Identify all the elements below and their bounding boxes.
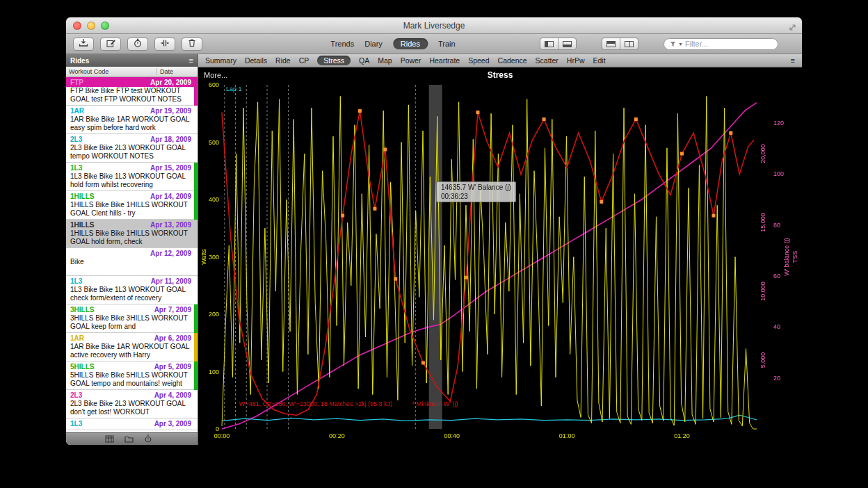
zoom-window-button[interactable] [101,22,109,30]
ride-description: 2L3 Bike Bike 2L3 WORKOUT GOAL don't get… [69,400,193,416]
ride-item[interactable]: 1ARApr 19, 20091AR Bike Bike 1AR WORKOUT… [66,106,198,134]
intervals-button[interactable] [154,38,175,51]
chevron-down-icon: ▼ [678,42,683,47]
ride-item[interactable]: 1HILLSApr 14, 20091HILLS Bike Bike 1HILL… [66,191,198,220]
ride-item-header: 1HILLSApr 14, 2009 [69,191,193,201]
chart-tab-power[interactable]: Power [401,56,421,65]
chart-tab-cp[interactable]: CP [299,56,310,65]
chart-menu-icon[interactable]: ≡ [791,56,795,65]
save-icon [79,38,88,50]
edit-icon [106,38,115,50]
ride-date: Apr 7, 2009 [154,305,191,314]
tiled-view-button[interactable] [620,38,638,50]
filter-input[interactable] [685,40,772,48]
ride-color-bar [194,191,198,220]
ride-workout-code: 3HILLS [70,305,94,314]
column-header-date[interactable]: Date [157,68,198,75]
folder-icon[interactable] [124,433,134,446]
toolbar-tab-rides[interactable]: Rides [393,38,428,49]
single-pane-icon [606,41,616,47]
stopwatch-button[interactable] [127,38,148,51]
ride-workout-code: 1HILLS [70,220,94,229]
toolbar-tab-diary[interactable]: Diary [364,40,383,48]
ride-workout-code: 1L3 [70,277,82,286]
chart-tab-stress[interactable]: Stress [317,56,351,65]
funnel-icon [670,38,676,50]
annotation-stats: W=481, CP=280, W'=23000, 18 Matches >2kj… [239,400,392,407]
chart-tab-edit[interactable]: Edit [593,56,606,65]
toolbar-tab-train[interactable]: Train [438,40,456,48]
chart-tab-heartrate[interactable]: Heartrate [429,56,460,65]
ride-description: FTP Bike Bike FTP test WORKOUT GOAL test… [69,87,193,104]
ride-item[interactable]: 1HILLSApr 13, 20091HILLS Bike Bike 1HILL… [66,220,198,248]
chart-tab-summary[interactable]: Summary [205,56,236,65]
ride-item[interactable]: 1L3Apr 15, 20091L3 Bike Bike 1L3 WORKOUT… [66,163,198,191]
ride-date: Apr 20, 2009 [150,78,191,87]
window-title: Mark Liversedge [66,21,802,31]
ride-item[interactable]: 2L3Apr 4, 20092L3 Bike Bike 2L3 WORKOUT … [66,390,198,418]
bottom-panel-toggle-button[interactable] [558,38,577,50]
ride-date: Apr 14, 2009 [150,192,191,201]
single-view-button[interactable] [602,38,620,50]
ride-item-header: 2L3Apr 4, 2009 [69,390,193,400]
chart-tab-details[interactable]: Details [245,56,267,65]
filter-field[interactable]: ▼ [664,38,778,50]
chart-tab-scatter[interactable]: Scatter [536,56,558,65]
ride-date: Apr 12, 2009 [150,249,191,258]
ride-item-header: 1ARApr 19, 2009 [69,106,193,115]
chart-tab-speed[interactable]: Speed [468,56,489,65]
lap-label: Lap 1 [226,86,242,92]
tiled-pane-icon [625,41,634,47]
sidebar-menu-icon[interactable]: ≡ [189,56,193,65]
ride-date: Apr 5, 2009 [154,362,191,371]
ride-item[interactable]: 5HILLSApr 5, 20095HILLS Bike Bike 5HILLS… [66,361,198,390]
ride-item[interactable]: 2L3Apr 18, 20092L3 Bike Bike 2L3 WORKOUT… [66,134,198,163]
sidebar-column-headers: Workout Code Date [66,67,198,77]
chart-tab-hrpw[interactable]: HrPw [567,56,585,65]
main-area: SummaryDetailsRideCPStressQAMapPowerHear… [198,54,802,445]
grid-icon[interactable] [105,433,114,446]
chart-tab-qa[interactable]: QA [359,56,369,65]
ride-date: Apr 15, 2009 [150,163,191,172]
ride-workout-code: 2L3 [70,391,82,400]
ride-item-header: FTPApr 20, 2009 [66,77,198,87]
ride-item[interactable]: 1L3Apr 11, 20091L3 Bike Bike 1L3 WORKOUT… [66,276,198,304]
ride-item[interactable]: 1L3Apr 3, 2009 [66,418,198,430]
edit-ride-button[interactable] [100,38,121,51]
ride-workout-code: 1L3 [70,419,82,428]
fullscreen-icon[interactable] [789,22,796,34]
sidebar-toggle-button[interactable] [540,38,558,50]
ride-description: 3HILLS Bike Bike 3HILLS WORKOUT GOAL kee… [69,314,193,331]
ride-item[interactable]: 1ARApr 6, 20091AR Bike Bike 1AR WORKOUT … [66,333,198,361]
view-toggle-group [602,38,638,50]
stopwatch-small-icon[interactable] [144,433,152,446]
minimize-window-button[interactable] [87,22,95,30]
toolbar-tab-trends[interactable]: Trends [330,40,354,48]
column-header-workout-code[interactable]: Workout Code [66,68,157,75]
trash-icon [188,38,196,50]
tooltip-time: 00:36:23 [441,192,511,201]
delete-button[interactable] [182,38,202,51]
ride-item[interactable]: Apr 12, 2009Bike [66,248,198,276]
ride-description: 1HILLS Bike Bike 1HILLS WORKOUT GOAL hol… [69,229,193,246]
stress-chart-canvas[interactable] [198,67,801,445]
ride-item[interactable]: FTPApr 20, 2009FTP Bike Bike FTP test WO… [66,77,198,106]
chart-tab-cadence[interactable]: Cadence [498,56,527,65]
close-window-button[interactable] [73,22,81,30]
chart-tab-map[interactable]: Map [378,56,392,65]
ride-description: 5HILLS Bike Bike 5HILLS WORKOUT GOAL tem… [69,371,193,388]
sidebar-footer [66,432,198,445]
ride-description: 2L3 Bike Bike 2L3 WORKOUT GOAL tempo WOR… [69,144,193,161]
ride-workout-code: 1HILLS [70,192,94,201]
stopwatch-icon [133,38,143,50]
chart-tab-ride[interactable]: Ride [275,56,291,65]
toolbar: TrendsDiaryRidesTrain ▼ [66,34,802,54]
save-button[interactable] [73,38,94,51]
ride-color-bar [194,304,198,333]
ride-item[interactable]: 3HILLSApr 7, 20093HILLS Bike Bike 3HILLS… [66,304,198,333]
ride-item-header: 2L3Apr 18, 2009 [69,134,193,144]
sidebar-header: Rides ≡ [66,54,198,67]
chart-tabs: SummaryDetailsRideCPStressQAMapPowerHear… [198,54,802,67]
ride-workout-code: FTP [70,78,83,87]
ride-description: 1AR Bike Bike 1AR WORKOUT GOAL easy spim… [69,115,193,132]
